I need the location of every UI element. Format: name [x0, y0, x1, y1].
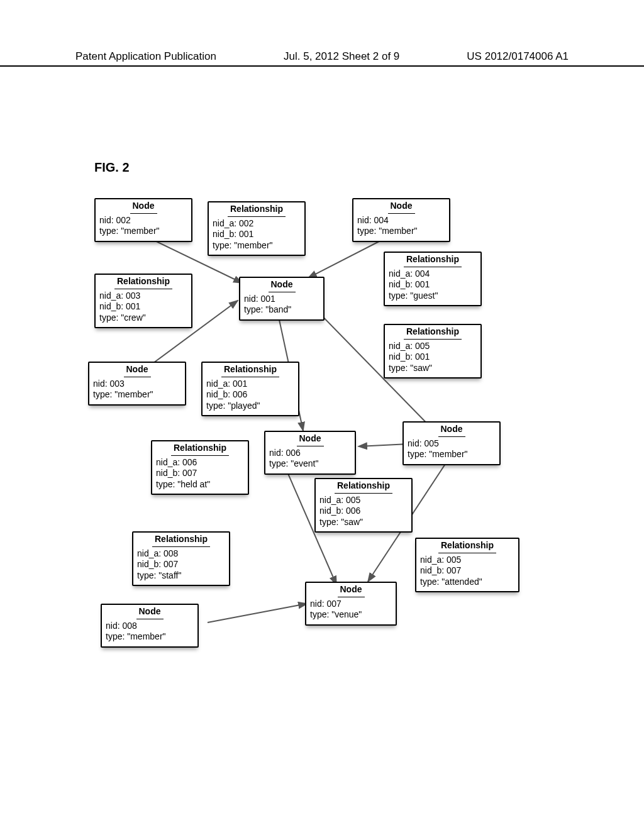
header-center: Jul. 5, 2012 Sheet 2 of 9 — [284, 50, 399, 63]
node-001: Node nid: 001 type: "band" — [239, 277, 325, 321]
relationship-title: Relationship — [228, 204, 286, 217]
relationship-title: Relationship — [404, 326, 462, 340]
page-header: Patent Application Publication Jul. 5, 2… — [0, 50, 644, 67]
rel-002-001-b: nid_b: 001 — [213, 229, 301, 240]
node-006: Node nid: 006 type: "event" — [264, 431, 356, 475]
node-003-type: type: "member" — [93, 389, 181, 401]
node-008-nid: nid: 008 — [106, 621, 194, 632]
relationship-005-001: Relationship nid_a: 005 nid_b: 001 type:… — [384, 324, 482, 379]
relationship-008-007: Relationship nid_a: 008 nid_b: 007 type:… — [132, 531, 230, 586]
diagram-area: Node nid: 002 type: "member" Relationshi… — [82, 189, 560, 648]
rel-005-006-b: nid_b: 006 — [319, 506, 408, 517]
node-002-nid: nid: 002 — [99, 215, 187, 226]
relationship-title: Relationship — [438, 540, 496, 553]
rel-005-007-a: nid_a: 005 — [420, 555, 514, 566]
relationship-title: Relationship — [152, 534, 210, 547]
relationship-title: Relationship — [221, 364, 279, 377]
node-007-nid: nid: 007 — [310, 599, 392, 610]
node-title: Node — [338, 584, 365, 597]
header-left: Patent Application Publication — [75, 50, 216, 63]
node-title: Node — [297, 433, 324, 446]
relationship-002-001: Relationship nid_a: 002 nid_b: 001 type:… — [208, 201, 306, 256]
rel-002-001-type: type: "member" — [213, 240, 301, 252]
edge-008-007 — [208, 604, 307, 622]
relationship-004-001: Relationship nid_a: 004 nid_b: 001 type:… — [384, 252, 482, 306]
rel-005-007-type: type: "attended" — [420, 577, 514, 588]
node-title: Node — [438, 424, 465, 437]
node-title: Node — [388, 201, 415, 214]
node-002-type: type: "member" — [99, 226, 187, 237]
node-003-nid: nid: 003 — [93, 379, 181, 390]
rel-006-007-a: nid_a: 006 — [156, 457, 244, 468]
rel-003-001-a: nid_a: 003 — [99, 290, 187, 302]
rel-004-001-b: nid_b: 001 — [389, 279, 477, 290]
rel-006-007-type: type: "held at" — [156, 479, 244, 490]
node-007-type: type: "venue" — [310, 609, 392, 621]
rel-005-006-a: nid_a: 005 — [319, 495, 408, 506]
rel-003-001-type: type: "crew" — [99, 313, 187, 324]
rel-008-007-type: type: "staff" — [137, 570, 225, 582]
rel-001-006-type: type: "played" — [206, 401, 294, 412]
header-right: US 2012/0174006 A1 — [467, 50, 569, 63]
relationship-title: Relationship — [114, 276, 172, 289]
rel-005-007-b: nid_b: 007 — [420, 565, 514, 577]
node-004: Node nid: 004 type: "member" — [352, 198, 450, 242]
node-title: Node — [130, 201, 157, 214]
rel-002-001-a: nid_a: 002 — [213, 218, 301, 230]
node-001-nid: nid: 001 — [244, 294, 319, 305]
node-002: Node nid: 002 type: "member" — [94, 198, 192, 242]
page: Patent Application Publication Jul. 5, 2… — [0, 0, 644, 830]
node-004-nid: nid: 004 — [357, 215, 445, 226]
node-title: Node — [124, 364, 151, 377]
rel-006-007-b: nid_b: 007 — [156, 468, 244, 479]
relationship-title: Relationship — [171, 443, 229, 456]
node-008: Node nid: 008 type: "member" — [101, 604, 199, 648]
figure-label: FIG. 2 — [94, 160, 130, 175]
rel-004-001-a: nid_a: 004 — [389, 268, 477, 280]
node-005: Node nid: 005 type: "member" — [402, 421, 501, 465]
node-title: Node — [269, 279, 296, 292]
node-003: Node nid: 003 type: "member" — [88, 362, 186, 406]
node-008-type: type: "member" — [106, 631, 194, 643]
relationship-006-007: Relationship nid_a: 006 nid_b: 007 type:… — [151, 440, 249, 495]
node-title: Node — [136, 606, 164, 619]
rel-005-006-type: type: "saw" — [319, 517, 408, 528]
node-001-type: type: "band" — [244, 304, 319, 316]
node-006-nid: nid: 006 — [269, 448, 351, 459]
node-006-type: type: "event" — [269, 458, 351, 470]
rel-005-001-type: type: "saw" — [389, 363, 477, 374]
relationship-005-006: Relationship nid_a: 005 nid_b: 006 type:… — [314, 478, 413, 533]
rel-005-001-b: nid_b: 001 — [389, 351, 477, 363]
rel-008-007-b: nid_b: 007 — [137, 559, 225, 570]
rel-001-006-b: nid_b: 006 — [206, 389, 294, 401]
node-005-nid: nid: 005 — [408, 438, 496, 450]
relationship-003-001: Relationship nid_a: 003 nid_b: 001 type:… — [94, 274, 192, 328]
relationship-001-006: Relationship nid_a: 001 nid_b: 006 type:… — [201, 362, 299, 416]
node-007: Node nid: 007 type: "venue" — [305, 582, 397, 626]
rel-005-001-a: nid_a: 005 — [389, 341, 477, 352]
relationship-005-007: Relationship nid_a: 005 nid_b: 007 type:… — [415, 538, 519, 592]
node-004-type: type: "member" — [357, 226, 445, 237]
rel-003-001-b: nid_b: 001 — [99, 301, 187, 313]
rel-004-001-type: type: "guest" — [389, 290, 477, 302]
rel-001-006-a: nid_a: 001 — [206, 379, 294, 390]
node-005-type: type: "member" — [408, 449, 496, 460]
rel-008-007-a: nid_a: 008 — [137, 548, 225, 560]
relationship-title: Relationship — [404, 254, 462, 267]
relationship-title: Relationship — [335, 480, 392, 494]
